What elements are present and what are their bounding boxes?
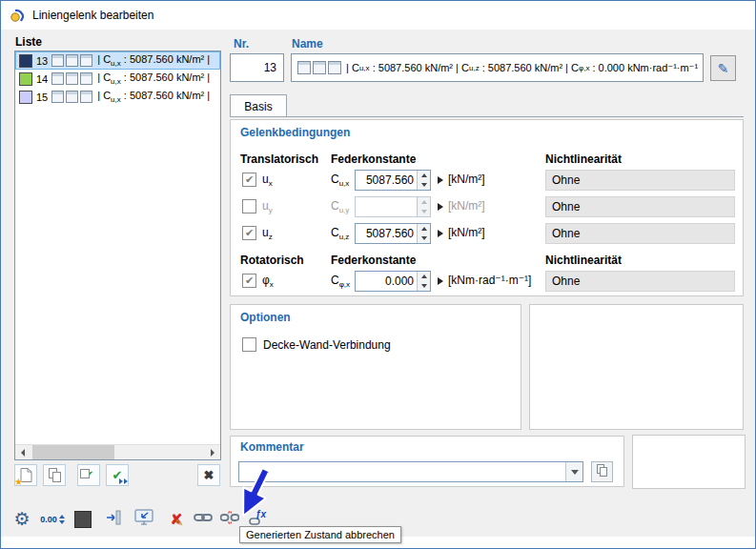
name-field[interactable]: | Cu,x : 5087.560 kN/m² | Cu,z : 5087.56… [291,53,704,82]
edit-name-button[interactable]: ✎ [710,55,736,81]
spring-constant-input[interactable]: 0.000 [355,271,431,292]
copy-icon [46,467,63,484]
decimal-places-icon: 0.00 [40,515,65,524]
nonlinearity-select[interactable]: Ohne [545,170,735,191]
unit-label: [kN/m²] [448,199,485,213]
scrollbar-track[interactable] [31,445,205,459]
tab-basis[interactable]: Basis [230,94,287,117]
nonlinearity-select[interactable]: Ohne [545,196,735,217]
list-delete-button[interactable]: ✖ [197,464,220,486]
window-title: Liniengelenk bearbeiten [32,9,153,22]
rotational-header: Rotatorisch [240,254,304,267]
right-triangle-icon [438,230,443,237]
right-triangle-icon [438,277,443,285]
detail-button[interactable] [435,227,446,240]
surface-icon [80,72,92,85]
list-apply-button[interactable]: ✔ [106,464,129,486]
spin-up-button[interactable] [418,224,430,234]
list-item[interactable]: 15 | Cu,x : 5087.560 kN/m² | [15,88,220,106]
item-label: | Cu,x : 5087.560 kN/m² | [97,53,210,68]
spin-up-button[interactable] [418,171,430,180]
surface-icon [80,54,92,67]
surface-icon [66,72,78,85]
surface-icon [297,61,311,74]
nonlinearity-header: Nichtlinearität [545,152,622,166]
assign-button[interactable] [100,506,127,532]
ux-checkbox[interactable]: ✔ [242,173,256,187]
coefficient-label: Cu,y [331,199,349,214]
comment-combobox[interactable] [238,461,583,482]
spring-constant-header: Federkonstante [331,152,416,166]
section-title: Kommentar [240,440,304,454]
phix-checkbox[interactable]: ✔ [242,274,256,288]
list-select-button[interactable]: ✔ [77,464,100,486]
surface-icon [328,61,341,74]
settings-button[interactable]: ⚙ [9,506,35,532]
surface-icon [313,61,326,74]
list-copy-button[interactable] [43,464,66,486]
scroll-right-icon [211,449,215,457]
pick-in-graphic-button[interactable] [131,506,157,532]
spin-down-button[interactable] [418,180,430,190]
hinge-conditions-group: Gelenkbedingungen Translatorisch Federko… [230,119,744,296]
assign-arrow-icon [105,509,122,529]
spring-constant-input[interactable] [355,196,431,217]
spring-constant-header: Federkonstante [331,254,416,267]
copy-icon [595,463,609,480]
nonlinearity-select[interactable]: Ohne [545,223,735,244]
color-swatch [19,91,32,104]
color-swatch [19,72,32,86]
spring-constant-input[interactable]: 5087.560 [355,170,431,191]
surface-icon [51,91,64,103]
item-number: 14 [36,73,48,85]
surface-icon [51,72,64,85]
surface-icon [66,54,78,67]
dof-label: φx [262,274,274,289]
spin-up-button[interactable] [418,197,430,207]
surface-icon [51,54,64,67]
dof-label: ux [262,173,273,188]
spin-down-button[interactable] [418,207,430,216]
nonlinearity-select[interactable]: Ohne [545,271,735,292]
titlebar[interactable]: Liniengelenk bearbeiten [1,1,755,30]
scroll-left-button[interactable] [15,445,31,459]
list-item[interactable]: 13 | Cu,x : 5087.560 kN/m² | [15,51,220,70]
list-new-button[interactable]: ★ [14,464,37,486]
slab-wall-connection-checkbox[interactable] [242,337,256,352]
scroll-right-button[interactable] [205,445,220,459]
scrollbar-thumb[interactable] [32,445,114,459]
delete-in-graphic-button[interactable]: ✘ ✎ [163,506,190,532]
spin-down-button[interactable] [418,281,430,291]
tooltip: Generierten Zustand abbrechen [239,526,401,543]
surface-icon [66,91,78,103]
uy-checkbox[interactable] [242,199,256,214]
section-title: Optionen [240,311,291,324]
dof-row-ux: ✔ ux Cu,x 5087.560 [kN/m²] Ohne [231,170,743,191]
comment-group: Kommentar [230,436,624,487]
decimal-places-button[interactable]: 0.00 [39,506,66,532]
unit-label: [kN/m²] [448,173,485,186]
dof-row-uz: ✔ uz Cu,z 5087.560 [kN/m²] Ohne [231,223,743,244]
comment-copy-button[interactable] [591,461,613,482]
detail-button[interactable] [435,274,446,288]
x-icon: ✖ [204,469,215,481]
link-button[interactable] [190,506,216,532]
detail-button[interactable] [435,173,446,187]
coefficient-label: Cu,x [331,173,349,188]
dof-label: uy [262,199,273,214]
spin-up-button[interactable] [418,272,430,281]
spin-down-button[interactable] [418,234,430,243]
list-item[interactable]: 14 | Cu,x : 5087.560 kN/m² | [15,70,220,88]
spring-constant-input[interactable]: 5087.560 [355,223,431,244]
horizontal-scrollbar[interactable] [15,444,220,459]
coefficient-label: Cφ,x [331,274,350,289]
color-button[interactable] [70,506,96,532]
combo-dropdown-button[interactable] [565,462,582,481]
item-label: | Cu,x : 5087.560 kN/m² | [97,90,210,104]
uz-checkbox[interactable]: ✔ [242,226,256,240]
coefficient-label: Cu,z [331,226,349,241]
translational-header: Translatorisch [240,152,318,166]
name-label: Name [292,37,323,51]
dof-row-uy: uy Cu,y [kN/m²] Ohne [231,196,743,217]
detail-button[interactable] [435,200,446,214]
